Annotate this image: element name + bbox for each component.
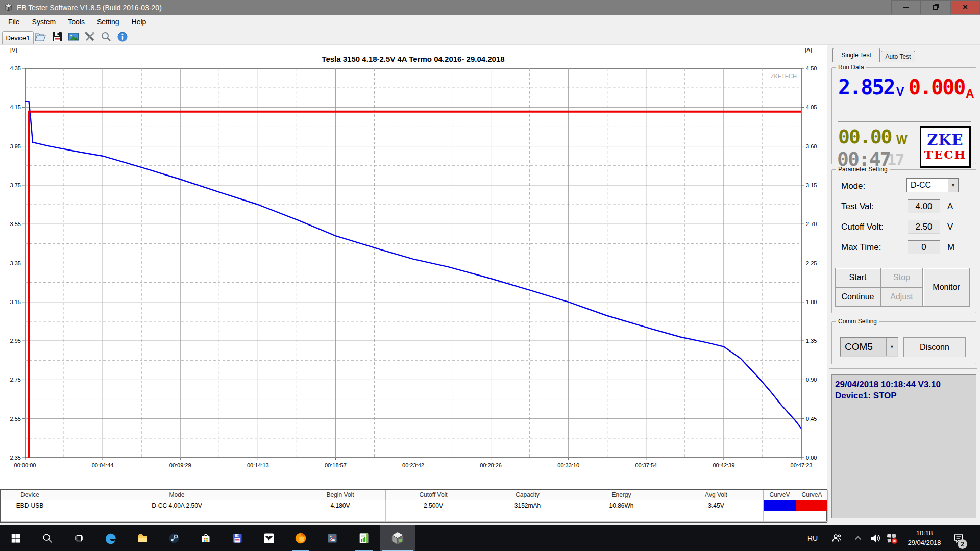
com-port-value: COM5 [841, 341, 886, 353]
tray-expand-chevron-icon[interactable] [849, 525, 867, 551]
sync-error-icon[interactable] [882, 525, 901, 551]
table-cell [481, 511, 574, 522]
svg-text:3.60: 3.60 [806, 143, 817, 149]
taskbar-calc-icon[interactable] [348, 525, 380, 551]
close-icon: × [963, 2, 968, 12]
mode-value: D-CC [907, 181, 948, 190]
svg-text:00:00:00: 00:00:00 [14, 462, 36, 468]
tray-clock[interactable]: 10:18 29/04/2018 [900, 525, 948, 551]
menu-bar: FileSystemToolsSettingHelp [0, 15, 980, 29]
menu-item-help[interactable]: Help [127, 15, 152, 29]
log-box: 29/04/2018 10:18:44 V3.10 Device1: STOP [831, 374, 976, 518]
restore-icon [933, 5, 938, 10]
table-header: Mode [59, 490, 295, 500]
power-display: 00.00 [838, 127, 891, 146]
continue-button[interactable]: Continue [835, 287, 880, 307]
disconnect-button[interactable]: Disconn [903, 337, 966, 357]
right-panel: Single Test Auto Test Run Data 2.852 V 0… [827, 45, 980, 525]
table-cell: 4.180V [295, 500, 386, 511]
export-image-icon[interactable] [67, 30, 80, 43]
tab-auto-test[interactable]: Auto Test [881, 51, 915, 62]
info-icon[interactable] [116, 30, 129, 43]
menu-item-tools[interactable]: Tools [63, 15, 90, 29]
taskbar-store-icon[interactable] [190, 525, 222, 551]
start-button[interactable]: Start [835, 268, 880, 287]
parameter-setting-group: Parameter Setting Mode: D-CC ▼ Test Val:… [831, 169, 976, 313]
taskbar-edge-icon[interactable] [95, 525, 127, 551]
svg-text:ZKETECH: ZKETECH [771, 73, 797, 79]
taskbar-floppy-app-icon[interactable] [222, 525, 253, 551]
taskbar-steam-icon[interactable] [158, 525, 190, 551]
close-button[interactable]: × [950, 0, 980, 14]
toolbar: Device1 [0, 29, 980, 45]
svg-text:4.50: 4.50 [806, 65, 817, 71]
cutoff-volt-input[interactable]: 2.50 [908, 220, 940, 234]
discharge-chart: 4.354.153.953.753.553.353.152.952.752.55… [0, 45, 827, 489]
svg-text:1.35: 1.35 [806, 338, 817, 344]
menu-item-setting[interactable]: Setting [92, 15, 125, 29]
zoom-icon[interactable] [100, 30, 113, 43]
menu-item-system[interactable]: System [27, 15, 61, 29]
com-port-dropdown[interactable]: COM5 ▼ [840, 337, 898, 357]
panel-divider [829, 368, 977, 369]
taskbar: RU 10:18 29/04/2018 [0, 525, 980, 551]
log-line: Device1: STOP [835, 390, 973, 402]
open-file-icon[interactable] [34, 30, 47, 43]
taskbar-bat-icon[interactable] [253, 525, 285, 551]
log-line: 29/04/2018 10:18:44 V3.10 [835, 379, 973, 390]
table-cell: 3.45V [669, 500, 764, 511]
test-val-unit: A [947, 202, 953, 212]
table-header: Energy [574, 490, 669, 500]
max-time-input[interactable]: 0 [908, 240, 940, 254]
table-cell: D-CC 4.00A 2.50V [59, 500, 295, 511]
tools-icon[interactable] [83, 30, 96, 43]
start-menu-button[interactable] [0, 525, 32, 551]
table-header: Device [1, 490, 59, 500]
table-cell: 10.86Wh [574, 500, 669, 511]
test-val-input[interactable]: 4.00 [908, 199, 940, 213]
cutoff-volt-unit: V [947, 222, 953, 232]
menu-item-file[interactable]: File [3, 15, 25, 29]
table-cell: EBD-USB [1, 500, 59, 511]
taskbar-photo-app-icon[interactable] [316, 525, 348, 551]
table-cell: 2.500V [386, 500, 481, 511]
svg-text:4.15: 4.15 [10, 104, 21, 110]
language-indicator[interactable]: RU [802, 525, 823, 551]
table-header: Avg Volt [669, 490, 764, 500]
mode-dropdown[interactable]: D-CC ▼ [906, 178, 959, 192]
task-view-icon[interactable] [63, 525, 95, 551]
minimize-button[interactable] [891, 0, 921, 14]
chevron-down-icon[interactable]: ▼ [948, 179, 958, 192]
svg-text:00:33:10: 00:33:10 [557, 462, 579, 468]
device-tab[interactable]: Device1 [2, 31, 34, 44]
people-icon[interactable] [828, 525, 846, 551]
logo-tech: TECH [924, 148, 967, 161]
svg-text:2.70: 2.70 [806, 221, 817, 227]
restore-button[interactable] [921, 0, 950, 14]
current-unit: A [966, 87, 974, 101]
adjust-button[interactable]: Adjust [880, 287, 923, 307]
svg-text:00:09:29: 00:09:29 [169, 462, 191, 468]
taskbar-firefox-icon[interactable] [285, 525, 316, 551]
notification-badge[interactable]: 2 [958, 539, 967, 549]
svg-text:2.95: 2.95 [10, 338, 21, 344]
svg-text:3.15: 3.15 [806, 182, 817, 188]
tab-single-test[interactable]: Single Test [832, 48, 880, 62]
svg-text:00:28:26: 00:28:26 [480, 462, 502, 468]
max-time-label: Max Time: [841, 242, 881, 253]
stop-button[interactable]: Stop [880, 268, 923, 287]
table-cell [1, 511, 59, 522]
taskbar-explorer-icon[interactable] [127, 525, 158, 551]
chevron-down-icon[interactable]: ▼ [886, 338, 897, 356]
svg-text:4.35: 4.35 [10, 65, 21, 71]
table-header: Begin Volt [295, 490, 386, 500]
monitor-button[interactable]: Monitor [923, 268, 970, 307]
mode-label: Mode: [841, 181, 865, 191]
taskbar-search-icon[interactable] [32, 525, 63, 551]
svg-text:2.75: 2.75 [10, 377, 21, 383]
table-header: Cutoff Volt [386, 490, 481, 500]
taskbar-eb-tester-icon[interactable] [380, 525, 415, 551]
save-icon[interactable] [51, 30, 64, 43]
svg-text:3.35: 3.35 [10, 260, 21, 266]
tray-date: 29/04/2018 [908, 538, 941, 548]
